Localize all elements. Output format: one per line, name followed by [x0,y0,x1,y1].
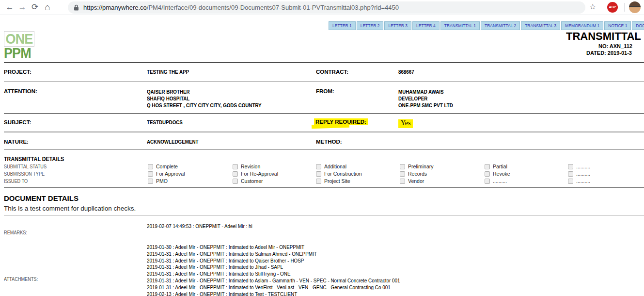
back-icon[interactable]: ← [4,1,16,13]
nav-documents-menu[interactable]: DOCUMENTS MENU [632,21,644,30]
address-bar[interactable]: https://pmanywhere.co/PM4/Interface/09-d… [68,1,585,14]
option-for-construction[interactable]: For Construction [316,171,362,177]
option-additional[interactable]: Additional [316,164,346,169]
checkbox-icon[interactable] [485,171,490,177]
checkbox-icon[interactable] [233,164,238,169]
option-for-approval[interactable]: For Approval [148,171,185,177]
option-revoke[interactable]: Revoke [485,171,510,177]
page-title: TRANSMITTAL [566,30,641,43]
from-line: DEVELOPER [398,95,453,102]
forward-icon[interactable]: → [16,1,28,13]
transmittal-date: DATED: 2019-01-3 [586,50,632,56]
browser-toolbar: ← → ⟳ ⌂ https://pmanywhere.co/PM4/Interf… [0,0,644,15]
from-label: FROM: [316,88,334,94]
home-icon[interactable]: ⌂ [42,1,53,13]
attachment-entry: 2019-01-30 : Adeel Mir - ONEPPMIT : Inti… [147,244,400,251]
divider [4,215,644,215]
option-records[interactable]: Records [400,171,427,177]
checkbox-icon[interactable] [316,179,321,184]
url-host: https://pmanywhere.co [83,4,147,11]
checkbox-icon[interactable] [485,164,490,169]
subject-label: SUBJECT: [4,119,31,125]
attention-value: QAISER BROTHER SHAFIQ HOSPITAL Q HOS STR… [147,88,262,109]
attachment-entry: 2019-01-31 : Adeel Mir - ONEPPMIT : Inti… [147,258,400,264]
nav-transmittal-2[interactable]: TRANSMITTAL 2 [481,21,520,30]
divider [4,187,644,188]
nav-letter-2[interactable]: LETTER 2 [357,21,384,30]
attention-line: SHAFIQ HOSPITAL [147,95,262,102]
divider [4,62,644,63]
checkbox-icon[interactable] [316,164,321,169]
attachment-entry: 2019-01-31 : Adeel Mir - ONEPPMIT : Inti… [147,284,400,291]
bookmark-star-icon[interactable]: ☆ [589,2,596,11]
submission-type-label: SUBMISSION TYPE [4,171,45,177]
submittal-status-label: SUBMITTAL STATUS [4,164,47,169]
checkbox-icon[interactable] [400,164,405,169]
attention-label: ATTENTION: [4,88,37,94]
attachment-entry: 2019-01-31 : Adeel Mir - ONEPPMIT : Inti… [147,251,400,258]
divider [4,113,644,114]
option-complete[interactable]: Complete [148,164,178,169]
option-pmo[interactable]: PMO [148,178,168,184]
attachments-list: 2019-01-30 : Adeel Mir - ONEPPMIT : Inti… [147,244,428,296]
profile-avatar[interactable] [629,1,641,13]
issued-to-label: ISSUED TO [4,179,28,184]
option-issued-other-1[interactable]: .......... [485,178,507,184]
option-status-other[interactable]: .......... [568,164,590,169]
option-project-site[interactable]: Project Site [316,178,350,184]
nature-label: NATURE: [4,139,29,145]
attachment-entry: 2019-02-13 : Adeel Mir - ONEPPMIT : Inti… [147,291,400,296]
nav-transmittal-3[interactable]: TRANSMITTAL 3 [521,21,560,30]
checkbox-icon[interactable] [148,164,153,169]
checkbox-icon[interactable] [233,179,238,184]
checkbox-icon[interactable] [568,164,573,169]
divider [4,149,644,150]
reload-icon[interactable]: ⟳ [29,1,41,13]
nav-memorandum-1[interactable]: MEMORANDUM 1 [561,21,603,30]
checkbox-icon[interactable] [568,171,573,177]
adblock-extension-icon[interactable]: ABP [607,2,618,13]
option-preliminary[interactable]: Preliminary [400,164,434,169]
option-for-re-approval[interactable]: For Re-Approval [233,171,278,177]
attention-line: QAISER BROTHER [147,88,262,95]
checkbox-icon[interactable] [148,179,153,184]
nav-notice-1[interactable]: NOTICE 1 [604,21,631,30]
option-type-other[interactable]: .......... [568,171,590,177]
checkbox-icon[interactable] [400,171,405,177]
reply-required-value: Yes [398,119,413,128]
attachments-label: ATTACHMENTS: [4,277,38,282]
option-revision[interactable]: Revision [233,164,260,169]
checkbox-icon[interactable] [485,179,490,184]
checkbox-icon[interactable] [568,179,573,184]
toolbar-divider [624,3,625,12]
project-label: PROJECT: [4,69,31,75]
checkbox-icon[interactable] [400,179,405,184]
nav-letter-3[interactable]: LETTER 3 [384,21,411,30]
document-details-title: DOCUMENT DETAILS [4,194,79,202]
from-line: ONE-PPM SMC PVT LTD [398,102,453,109]
checkbox-icon[interactable] [233,171,238,177]
checkbox-icon[interactable] [148,171,153,177]
reply-required-label: REPLY REQUIRED: [314,119,368,125]
transmittal-details-title: TRANSMITTAL DETAILS [4,156,64,163]
document-nav-bar: LETTER 1 LETTER 2 LETTER 3 LETTER 4 TRAN… [329,21,644,30]
option-vendor[interactable]: Vendor [400,178,424,184]
attention-line: Q HOS STREET , CITY CITY CITY, GODS COUN… [147,102,262,109]
checkbox-icon[interactable] [316,171,321,177]
logo-ppm-text: PPM [4,46,31,60]
attachment-entry: 2019-01-31 : Adeel Mir - ONEPPMIT : Inti… [147,271,400,278]
attachment-entry: 2019-01-31 : Adeel Mir - ONEPPMIT : Inti… [147,264,400,271]
option-customer[interactable]: Customer [233,178,263,184]
nav-transmittal-1[interactable]: TRANSMITTAL 1 [440,21,480,30]
contract-value: 868667 [398,69,414,75]
transmittal-number: NO: AXN_112 [598,43,632,49]
nav-letter-1[interactable]: LETTER 1 [329,21,356,30]
nav-letter-4[interactable]: LETTER 4 [412,21,440,30]
option-partial[interactable]: Partial [485,164,507,169]
url-text: https://pmanywhere.co/PM4/Interface/09-d… [83,4,399,11]
divider [4,132,644,132]
option-issued-other-2[interactable]: .......... [568,178,590,184]
project-value: TESTING THE APP [147,69,189,75]
page: { "browser": { "url_host": "https://pman… [0,0,644,296]
subject-value: TESTDUPDOCS [147,119,183,125]
